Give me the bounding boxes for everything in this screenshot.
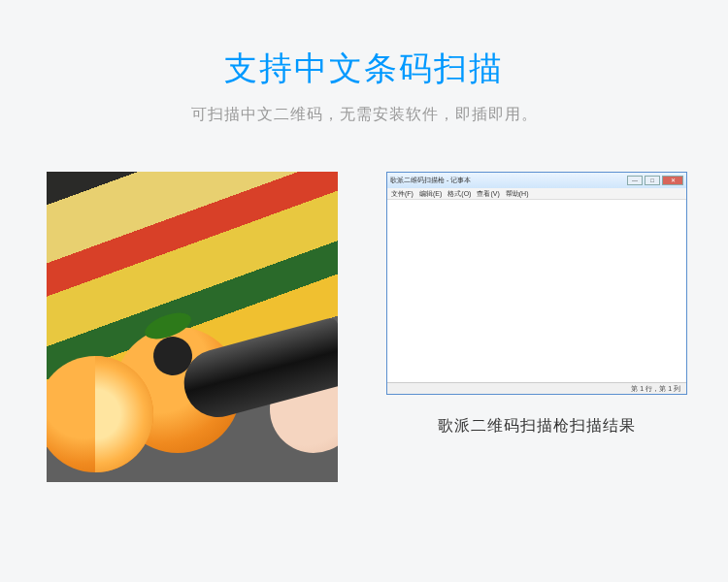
screenshot-caption: 歌派二维码扫描枪扫描结果 bbox=[386, 416, 687, 436]
window-titlebar: 歌派二维码扫描枪 - 记事本 — □ ✕ bbox=[387, 173, 686, 188]
editor-area[interactable] bbox=[387, 200, 686, 382]
window-menubar: 文件(F) 编辑(E) 格式(O) 查看(V) 帮助(H) bbox=[387, 188, 686, 200]
window-maximize-button[interactable]: □ bbox=[645, 176, 660, 185]
window-title: 歌派二维码扫描枪 - 记事本 bbox=[390, 176, 471, 185]
window-minimize-button[interactable]: — bbox=[627, 176, 643, 185]
window-close-button[interactable]: ✕ bbox=[662, 176, 683, 185]
product-photo bbox=[47, 172, 338, 482]
page-title: 支持中文条码扫描 bbox=[0, 47, 728, 91]
page-subtitle: 可扫描中文二维码，无需安装软件，即插即用。 bbox=[0, 105, 728, 125]
menu-view[interactable]: 查看(V) bbox=[477, 189, 499, 199]
cursor-position: 第 1 行，第 1 列 bbox=[631, 384, 680, 394]
menu-format[interactable]: 格式(O) bbox=[447, 189, 471, 199]
notepad-window: 歌派二维码扫描枪 - 记事本 — □ ✕ 文件(F) 编辑(E) 格式(O) 查… bbox=[386, 172, 687, 395]
menu-file[interactable]: 文件(F) bbox=[391, 189, 414, 199]
menu-edit[interactable]: 编辑(E) bbox=[419, 189, 442, 199]
window-statusbar: 第 1 行，第 1 列 bbox=[387, 382, 686, 394]
menu-help[interactable]: 帮助(H) bbox=[506, 189, 529, 199]
